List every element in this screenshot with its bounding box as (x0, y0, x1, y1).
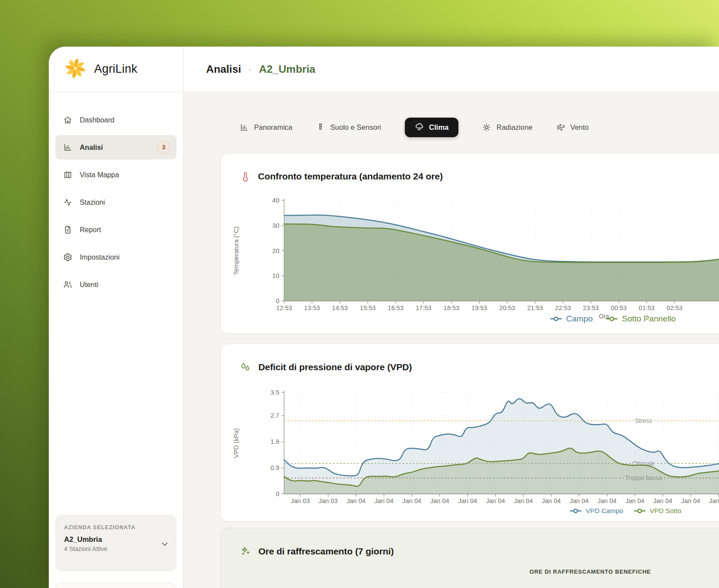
brand-name: AgriLink (94, 62, 137, 76)
svg-text:Jan 04: Jan 04 (458, 497, 477, 504)
sidebar-item-label: Utenti (80, 280, 98, 289)
sidebar-item-impostazioni[interactable]: Impostazioni (55, 245, 176, 269)
svg-text:20: 20 (272, 247, 279, 254)
vpd-chart-card: Deficit di pressione di vapore (VPD) Str… (220, 344, 719, 522)
legend-item-campo: Campo (550, 314, 593, 324)
svg-text:02:53: 02:53 (667, 304, 682, 311)
svg-text:15:53: 15:53 (360, 304, 376, 311)
sidebar-item-analisi[interactable]: Analisi3 (55, 135, 176, 159)
svg-text:14:53: 14:53 (332, 304, 348, 311)
thermometer-icon (240, 171, 251, 182)
page-title: Analisi (206, 63, 241, 75)
tab-suolo-e-sensori[interactable]: Suolo e Sensori (316, 123, 381, 132)
legend-label: Campo (566, 314, 593, 324)
svg-text:40: 40 (272, 197, 279, 204)
farm-selector-label: AZIENDA SELEZIONATA (64, 524, 168, 531)
chevron-down-icon (160, 539, 170, 549)
svg-text:Temperatura (°C): Temperatura (°C) (233, 226, 240, 275)
sun-icon (482, 123, 491, 132)
tab-label: Vento (570, 123, 589, 132)
sparkles-icon (240, 546, 251, 557)
svg-text:Jan 03: Jan 03 (319, 497, 338, 504)
legend-label: Sotto Pannello (622, 314, 676, 324)
chart-title-vpd: Deficit di pressione di vapore (VPD) (258, 362, 412, 372)
sidebar-item-label: Analisi (80, 143, 103, 152)
bar-chart-icon (240, 123, 249, 132)
svg-text:Jan 04: Jan 04 (430, 497, 449, 504)
page-subtitle: A2_Umbria (259, 63, 315, 75)
svg-text:20:53: 20:53 (499, 304, 515, 311)
tab-vento[interactable]: Vento (556, 123, 589, 132)
vpd-chart-legend: VPD CampoVPD Sotto (570, 507, 682, 515)
sidebar-item-vista-mappa[interactable]: Vista Mappa (55, 162, 176, 187)
tab-label: Clima (429, 123, 449, 132)
farm-selector[interactable]: AZIENDA SELEZIONATA A2_Umbria 4 Stazioni… (55, 515, 176, 571)
svg-text:0.9: 0.9 (271, 464, 279, 471)
sidebar-item-label: Impostazioni (80, 253, 119, 261)
secondary-panel[interactable] (55, 583, 176, 588)
cooling-hours-series-label: ORE DI RAFFRESCAMENTO BENEFICHE (529, 568, 651, 575)
sidebar-item-label: Stazioni (80, 198, 105, 206)
main-area: Analisi · A2_Umbria PanoramicaSuolo e Se… (183, 47, 719, 588)
probe-icon (316, 123, 325, 132)
svg-text:Jan 03: Jan 03 (291, 497, 310, 504)
sidebar-item-label: Report (80, 226, 101, 234)
tab-bar: PanoramicaSuolo e SensoriClimaRadiazione… (240, 117, 719, 138)
svg-text:17:53: 17:53 (416, 304, 431, 311)
bar-chart-icon (63, 143, 72, 152)
svg-text:00:53: 00:53 (611, 304, 627, 311)
svg-text:23:53: 23:53 (583, 304, 599, 311)
svg-text:Jan 04: Jan 04 (346, 497, 366, 504)
card-head-cooling: Ore di raffrescamento (7 giorni) (221, 528, 719, 557)
legend-item-sotto-pannello: Sotto Pannello (606, 314, 676, 324)
svg-text:22:53: 22:53 (555, 304, 571, 311)
svg-text:Jan 04: Jan 04 (709, 497, 719, 504)
svg-text:Jan 04: Jan 04 (625, 497, 644, 504)
svg-text:Jan 04: Jan 04 (514, 497, 533, 504)
tab-panoramica[interactable]: Panoramica (240, 123, 292, 132)
card-head-vpd: Deficit di pressione di vapore (VPD) (221, 344, 719, 372)
temperature-chart: 01020304012:5313:5314:5315:5316:5317:531… (221, 184, 719, 320)
svg-text:Jan 04: Jan 04 (402, 497, 421, 504)
svg-text:3.5: 3.5 (271, 389, 279, 396)
desktop-background: AgriLink DashboardAnalisi3Vista MappaSta… (0, 0, 719, 588)
temperature-chart-card: Confronto temperatura (andamento 24 ore)… (220, 153, 719, 334)
svg-text:Jan 04: Jan 04 (542, 497, 561, 504)
tab-label: Panoramica (254, 123, 292, 132)
card-head-temperature: Confronto temperatura (andamento 24 ore) (221, 154, 719, 182)
svg-text:Jan 04: Jan 04 (570, 497, 589, 504)
sidebar-badge: 3 (157, 141, 170, 154)
sidebar-item-label: Vista Mappa (80, 171, 119, 179)
sidebar-item-report[interactable]: Report (55, 217, 176, 242)
svg-text:18:53: 18:53 (444, 304, 459, 311)
map-icon (63, 170, 72, 179)
droplets-icon (240, 362, 251, 372)
tab-clima[interactable]: Clima (405, 118, 459, 137)
home-icon (63, 115, 72, 125)
vpd-chart: StressOttimaleTroppo bassa00.91.82.73.5J… (221, 375, 719, 510)
svg-text:19:53: 19:53 (471, 304, 487, 311)
legend-marker-icon (606, 316, 618, 321)
chart-title-temperature: Confronto temperatura (andamento 24 ore) (258, 171, 443, 182)
file-text-icon (63, 225, 72, 234)
svg-text:12:53: 12:53 (276, 304, 292, 311)
svg-text:Jan 04: Jan 04 (681, 497, 700, 504)
legend-label: VPD Campo (586, 507, 623, 515)
svg-text:Jan 04: Jan 04 (374, 497, 393, 504)
sidebar-item-dashboard[interactable]: Dashboard (55, 108, 176, 132)
svg-text:VPD (kPa): VPD (kPa) (233, 428, 240, 458)
svg-text:Stress: Stress (635, 417, 652, 424)
svg-text:30: 30 (272, 222, 279, 229)
sidebar-item-stazioni[interactable]: Stazioni (55, 190, 176, 214)
cloud-rain-icon (415, 123, 424, 132)
svg-text:1.8: 1.8 (271, 438, 279, 445)
agrilink-logo-icon (63, 56, 88, 82)
tab-radiazione[interactable]: Radiazione (482, 123, 532, 132)
farm-selector-name: A2_Umbria (64, 535, 168, 544)
chart-title-cooling: Ore di raffrescamento (7 giorni) (258, 546, 394, 557)
svg-text:Jan 04: Jan 04 (597, 497, 617, 504)
cooling-hours-card: Ore di raffrescamento (7 giorni) ORE DI … (220, 528, 719, 588)
farm-selector-status: 4 Stazioni Attive (64, 545, 168, 552)
sidebar-item-utenti[interactable]: Utenti (55, 272, 176, 297)
brand: AgriLink (49, 47, 183, 92)
